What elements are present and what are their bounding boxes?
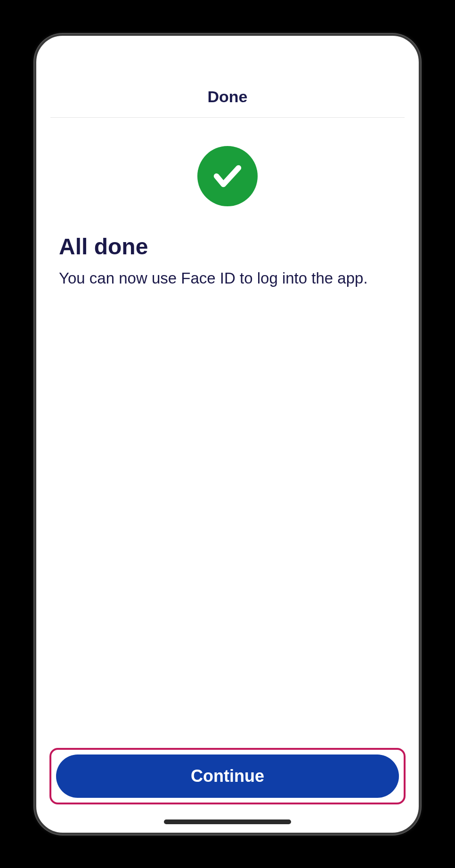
sub-text: You can now use Face ID to log into the … (59, 267, 396, 290)
continue-button[interactable]: Continue (56, 754, 399, 798)
continue-button-label: Continue (191, 766, 264, 786)
success-check-icon (197, 146, 258, 206)
button-highlight: Continue (49, 748, 406, 804)
header-title: Done (50, 88, 405, 106)
device-frame: Done All done You can now use Face ID to… (34, 34, 421, 835)
status-bar (36, 36, 419, 88)
header: Done (36, 88, 419, 117)
main-heading: All done (59, 234, 396, 260)
home-indicator (164, 819, 291, 824)
check-wrapper (59, 146, 396, 206)
content: All done You can now use Face ID to log … (36, 118, 419, 748)
